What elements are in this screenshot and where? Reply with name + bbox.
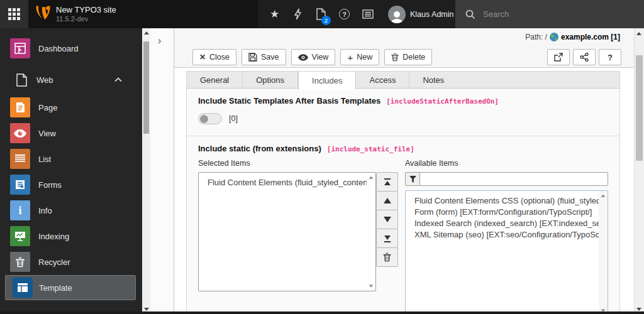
sidebar-item-forms[interactable]: Forms bbox=[0, 172, 142, 197]
sidebar-item-dashboard[interactable]: Dashboard bbox=[0, 36, 142, 61]
list-item[interactable]: Fluid Content Elements (fluid_styled_con… bbox=[199, 177, 367, 188]
move-to-bottom-icon bbox=[384, 235, 391, 242]
sidebar-item-template[interactable]: Template bbox=[5, 275, 136, 300]
field-code-tag: [include_static_file] bbox=[327, 145, 414, 153]
list-item[interactable]: Form (form) [EXT:form/Configuration/Typo… bbox=[406, 207, 599, 218]
sidebar-item-view[interactable]: View bbox=[0, 121, 142, 146]
scroll-up-arrow-icon[interactable] bbox=[144, 31, 149, 35]
trash-icon bbox=[391, 53, 399, 62]
tab-access[interactable]: Access bbox=[356, 72, 409, 88]
tab-options[interactable]: Options bbox=[243, 72, 298, 88]
scroll-up-arrow-icon[interactable] bbox=[636, 32, 641, 35]
search-icon bbox=[465, 9, 475, 19]
sidebar-item-label: Forms bbox=[38, 180, 62, 190]
sidebar-item-indexing[interactable]: Indexing bbox=[0, 224, 142, 249]
funnel-icon bbox=[409, 176, 416, 183]
scroll-down-arrow-icon[interactable] bbox=[636, 308, 641, 311]
doc-buttons: ✕ Close Save View + New Delete bbox=[192, 49, 432, 65]
help-button[interactable]: ? bbox=[333, 0, 356, 28]
avatar bbox=[388, 6, 406, 23]
field-include-static: Include static (from extensions)[include… bbox=[187, 136, 619, 314]
sidebar-item-recycler[interactable]: Recycler bbox=[0, 249, 142, 274]
topbar: New TYPO3 site 11.5.2-dev ★ 2 ? bbox=[0, 0, 644, 28]
sidebar-item-label: Page bbox=[38, 103, 57, 112]
close-x-icon: ✕ bbox=[199, 53, 206, 62]
user-menu[interactable]: Klaus Admin bbox=[388, 6, 453, 23]
site-version: 11.5.2-dev bbox=[56, 15, 116, 23]
sidebar-item-label: Dashboard bbox=[38, 44, 79, 53]
page-scrollbar[interactable] bbox=[634, 28, 644, 314]
new-button[interactable]: + New bbox=[340, 49, 379, 65]
path-target: example.com [1] bbox=[561, 33, 620, 41]
scroll-down-arrow-icon[interactable] bbox=[144, 308, 149, 311]
listbox-scrollbar[interactable] bbox=[599, 191, 608, 314]
tab-notes[interactable]: Notes bbox=[409, 72, 457, 88]
template-icon bbox=[13, 278, 33, 298]
sidebar-scrollbar[interactable] bbox=[142, 28, 150, 314]
tab-general[interactable]: General bbox=[187, 72, 243, 88]
filter-button[interactable] bbox=[405, 172, 420, 186]
close-button[interactable]: ✕ Close bbox=[192, 49, 236, 65]
search-input[interactable] bbox=[483, 9, 628, 19]
move-to-top-button[interactable] bbox=[376, 172, 398, 192]
field-static-after: Include Static Templates After Basis Tem… bbox=[187, 89, 619, 136]
list-item[interactable]: XML Sitemap (seo) [EXT:seo/Configuration… bbox=[406, 229, 599, 241]
typo3-backend: New TYPO3 site 11.5.2-dev ★ 2 ? bbox=[0, 0, 644, 314]
move-up-button[interactable] bbox=[376, 191, 398, 210]
sidebar-group-web[interactable]: Web bbox=[0, 72, 142, 88]
module-menu-toggle-button[interactable] bbox=[0, 0, 28, 28]
filter-input[interactable] bbox=[420, 172, 608, 186]
floppy-icon bbox=[248, 53, 257, 62]
record-edit-panel: General Options Includes Access Notes In… bbox=[186, 71, 620, 314]
view-button[interactable]: View bbox=[291, 49, 336, 65]
move-up-icon bbox=[384, 198, 391, 203]
remove-item-button[interactable] bbox=[376, 247, 398, 267]
tab-includes[interactable]: Includes bbox=[298, 72, 356, 90]
share-button[interactable] bbox=[573, 49, 596, 65]
toggle-knob bbox=[200, 115, 208, 123]
open-in-new-window-button[interactable] bbox=[547, 49, 570, 65]
sidebar-group-label: Web bbox=[36, 75, 53, 85]
docheader-help-button[interactable]: ? bbox=[599, 49, 621, 65]
sidebar-item-info[interactable]: i Info bbox=[0, 198, 142, 223]
move-down-button[interactable] bbox=[376, 210, 398, 229]
user-name: Klaus Admin bbox=[410, 10, 453, 19]
clear-cache-button[interactable] bbox=[286, 0, 309, 28]
field-code-tag: [includeStaticAfterBasedOn] bbox=[386, 97, 499, 106]
share-nodes-icon bbox=[580, 53, 589, 62]
scroll-up-arrow-icon[interactable] bbox=[369, 176, 374, 178]
indexing-icon bbox=[10, 226, 30, 246]
bottom-edge-strip bbox=[0, 311, 644, 314]
sidebar-item-label: Template bbox=[39, 283, 72, 293]
toggle-switch[interactable] bbox=[198, 113, 222, 124]
bookmarks-button[interactable]: ★ bbox=[263, 0, 286, 28]
expand-chevron-icon[interactable]: › bbox=[158, 35, 161, 46]
tabbar-filler bbox=[457, 72, 619, 88]
notification-badge: 2 bbox=[321, 16, 331, 25]
scrollbar-thumb[interactable] bbox=[143, 41, 149, 134]
system-log-button[interactable] bbox=[356, 0, 379, 28]
sidebar-item-page[interactable]: Page bbox=[0, 95, 142, 120]
selected-items-listbox[interactable]: Fluid Content Elements (fluid_styled_con… bbox=[198, 172, 376, 291]
save-button[interactable]: Save bbox=[242, 49, 286, 65]
scroll-down-arrow-icon[interactable] bbox=[369, 284, 374, 287]
topbar-search bbox=[455, 0, 644, 28]
list-item[interactable]: Fluid Content Elements CSS (optional) (f… bbox=[406, 195, 599, 207]
sidebar-item-list[interactable]: List bbox=[0, 146, 142, 171]
available-items-listbox[interactable]: Fluid Content Elements CSS (optional) (f… bbox=[405, 190, 608, 314]
sidebar-item-label: View bbox=[38, 129, 56, 138]
doc-action-buttons: ? bbox=[547, 49, 621, 65]
delete-button[interactable]: Delete bbox=[384, 49, 432, 65]
move-to-bottom-button[interactable] bbox=[376, 229, 398, 248]
log-list-icon bbox=[362, 9, 374, 19]
listbox-scrollbar[interactable] bbox=[367, 173, 375, 291]
page-icon bbox=[10, 97, 30, 117]
scroll-up-arrow-icon[interactable] bbox=[601, 194, 606, 197]
brand[interactable]: New TYPO3 site 11.5.2-dev bbox=[28, 0, 258, 28]
breadcrumb: Path: / example.com [1] bbox=[525, 33, 620, 41]
opened-documents-button[interactable]: 2 bbox=[309, 0, 333, 28]
list-item[interactable]: Indexed Search (indexed_search) [EXT:ind… bbox=[406, 218, 599, 229]
plus-icon: + bbox=[347, 52, 353, 63]
module-menu-icon bbox=[8, 8, 20, 20]
scrollbar-thumb[interactable] bbox=[636, 55, 643, 161]
